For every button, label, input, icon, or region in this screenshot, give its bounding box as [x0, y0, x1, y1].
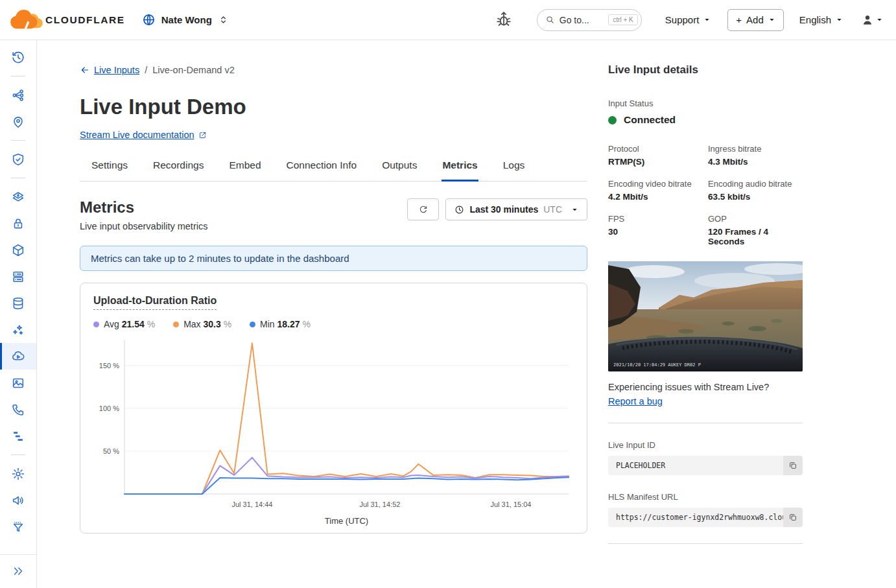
search-placeholder: Go to... [560, 15, 604, 25]
stream-docs-link[interactable]: Stream Live documentation [80, 130, 207, 140]
images-icon [11, 376, 25, 390]
legend-item-avg[interactable]: Avg 21.54 % [93, 319, 155, 329]
legend-dot-max [173, 322, 179, 327]
chevron-updown-icon [218, 14, 229, 25]
svg-text:Jul 31, 14:44: Jul 31, 14:44 [231, 500, 272, 508]
svg-text:Jul 31, 15:04: Jul 31, 15:04 [490, 500, 531, 508]
tab-settings[interactable]: Settings [91, 159, 128, 182]
sidebar-item-database[interactable] [0, 290, 36, 316]
cloudflare-logo[interactable]: CLOUDFLARE [9, 8, 125, 32]
sidebar-item-location-pin[interactable] [0, 108, 36, 135]
svg-text:100 %: 100 % [99, 405, 119, 412]
tab-connection-info[interactable]: Connection Info [286, 159, 358, 182]
search-icon [545, 15, 555, 25]
tab-outputs[interactable]: Outputs [381, 159, 418, 182]
copy-icon [788, 513, 797, 522]
sidebar-item-megaphone[interactable] [0, 487, 36, 513]
location-pin-icon [11, 115, 25, 129]
breadcrumb-separator: / [145, 65, 147, 75]
sidebar-item-analytics-bars[interactable] [0, 423, 36, 449]
legend-item-min[interactable]: Min 18.27 % [250, 319, 311, 329]
refresh-icon [418, 204, 429, 215]
sidebar-item-images[interactable] [0, 370, 36, 396]
time-range-select[interactable]: Last 30 minutes UTC [445, 198, 587, 220]
layers-icon [11, 190, 25, 204]
refresh-button[interactable] [407, 198, 439, 220]
language-menu[interactable]: English [799, 14, 843, 25]
page-title: Live Input Demo [80, 95, 587, 119]
caret-down-icon [703, 16, 711, 23]
gear-icon [11, 467, 25, 481]
copy-hls-manifest-button[interactable] [783, 508, 803, 527]
copy-live-input-id-button[interactable] [783, 456, 803, 475]
report-bug-icon[interactable] [494, 10, 513, 30]
cloudflare-cloud-icon [9, 8, 44, 32]
sidebar-divider [11, 140, 25, 141]
video-timestamp-overlay: 2021/10/20 17:04:29 AUKEY DR02 P [613, 362, 701, 368]
copy-icon [788, 461, 797, 470]
details-grid: ProtocolRTMP(S)Ingress bitrate4.3 Mbit/s… [608, 144, 803, 246]
svg-text:Time (UTC): Time (UTC) [325, 516, 368, 526]
breadcrumb-current: Live-on-Demand v2 [152, 65, 235, 75]
shield-check-icon [11, 152, 25, 167]
tab-logs[interactable]: Logs [502, 159, 526, 182]
report-bug-link[interactable]: Report a bug [608, 396, 663, 406]
chart-title[interactable]: Upload-to-Duration Ratio [93, 295, 217, 310]
main-content: Live Inputs / Live-on-Demand v2 Live Inp… [37, 40, 896, 588]
caret-down-icon [768, 16, 775, 23]
server-stack-icon [11, 270, 25, 284]
database-icon [11, 296, 25, 311]
detail-field-gop: GOP120 Frames / 4 Seconds [708, 214, 803, 246]
status-value: Connected [624, 114, 676, 126]
tab-recordings[interactable]: Recordings [152, 159, 204, 182]
analytics-bars-icon [11, 429, 25, 443]
legend-item-max[interactable]: Max 30.3 % [173, 319, 231, 329]
hls-manifest-value: https://customer-igynxd2rwhmuoxw8.cloudf [616, 513, 796, 522]
megaphone-icon [11, 493, 25, 508]
add-label: Add [746, 14, 764, 25]
sidebar-item-phone[interactable] [0, 396, 36, 423]
metrics-subheading: Live input observability metrics [80, 221, 207, 231]
sidebar-item-layers[interactable] [0, 183, 36, 210]
caret-down-icon [876, 16, 883, 23]
global-search[interactable]: Go to... ctrl + K [537, 9, 642, 31]
ai-sparkles-icon [11, 323, 25, 337]
chart-legend: Avg 21.54 %Max 30.3 %Min 18.27 % [93, 319, 574, 329]
sidebar-item-network[interactable] [0, 82, 36, 108]
sidebar-item-package[interactable] [0, 237, 36, 263]
breadcrumb-back-link[interactable]: Live Inputs [80, 65, 139, 75]
phone-icon [11, 403, 25, 417]
sidebar-divider [11, 76, 25, 76]
sidebar-item-lock[interactable] [0, 210, 36, 237]
support-menu[interactable]: Support [665, 14, 711, 25]
brand-wordmark: CLOUDFLARE [45, 14, 125, 26]
header-right-cluster: Go to... ctrl + K Support + Add English [494, 9, 883, 31]
tab-embed[interactable]: Embed [228, 159, 261, 182]
globe-icon [142, 13, 156, 27]
sidebar-expand-button[interactable] [12, 565, 25, 578]
app-header: CLOUDFLARE Nate Wong Go to... ctrl + K S… [0, 0, 896, 40]
tab-metrics[interactable]: Metrics [442, 159, 478, 182]
timezone-label: UTC [543, 204, 562, 215]
sidebar-item-ai-sparkles[interactable] [0, 316, 36, 343]
account-name: Nate Wong [161, 14, 212, 25]
aside-divider [608, 543, 803, 544]
sidebar-item-gear[interactable] [0, 460, 36, 487]
package-icon [11, 243, 25, 257]
account-switcher[interactable]: Nate Wong [142, 13, 229, 27]
sidebar-item-stream-cloud-play[interactable] [0, 343, 36, 370]
upload-ratio-chart: 50 %100 %150 %Jul 31, 14:44Jul 31, 14:52… [93, 335, 574, 529]
language-label: English [799, 14, 831, 25]
stream-cloud-play-icon [11, 349, 25, 364]
add-button[interactable]: + Add [727, 9, 783, 31]
live-preview-thumbnail: 2021/10/20 17:04:29 AUKEY DR02 P [608, 261, 803, 371]
user-icon [861, 14, 874, 27]
user-menu[interactable] [861, 14, 883, 27]
sidebar-item-funnel[interactable] [0, 513, 36, 540]
support-label: Support [665, 14, 700, 25]
sidebar-item-clock-history[interactable] [0, 44, 36, 71]
sidebar-item-shield-check[interactable] [0, 146, 36, 172]
clock-icon [454, 205, 464, 215]
sidebar-item-server-stack[interactable] [0, 263, 36, 290]
sidebar-divider [11, 178, 25, 178]
